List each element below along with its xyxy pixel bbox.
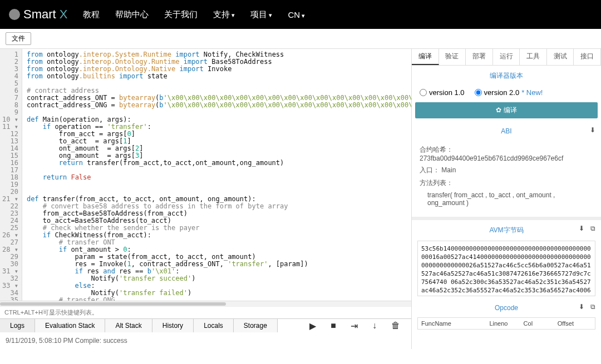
step-into-icon[interactable]: ↓ — [372, 321, 377, 331]
topbar: SmartX 教程 帮助中心 关于我们 支持 项目 CN — [0, 0, 601, 29]
rtab-api[interactable]: 接口 — [574, 49, 601, 65]
rtab-verify[interactable]: 验证 — [439, 49, 466, 65]
tab-evalstack[interactable]: Evaluation Stack — [35, 319, 105, 332]
tab-storage[interactable]: Storage — [234, 319, 278, 332]
copy-avm-icon[interactable]: ⧉ — [590, 225, 595, 232]
rtab-deploy[interactable]: 部署 — [466, 49, 493, 65]
debug-tabs: Logs Evaluation Stack Alt Stack History … — [0, 318, 411, 332]
version-row: version 1.0 version 2.0 * New! — [412, 84, 601, 101]
logo-icon — [9, 9, 20, 20]
compile-button[interactable]: ✿ 编译 — [415, 102, 598, 118]
avm-title: AVM字节码 ⬇ ⧉ — [412, 220, 601, 238]
nav-support[interactable]: 支持 — [213, 9, 235, 20]
play-icon[interactable]: ▶ — [309, 321, 316, 331]
debug-controls: ▶ ■ ⇥ ↓ 🗑 — [278, 319, 411, 332]
step-over-icon[interactable]: ⇥ — [351, 321, 358, 331]
tab-history[interactable]: History — [152, 319, 194, 332]
rtab-test[interactable]: 测试 — [547, 49, 574, 65]
version-1-radio[interactable]: version 1.0 — [420, 88, 465, 97]
method-list-item: transfer( from_acct , to_acct , ont_amou… — [420, 191, 593, 207]
download-abi-icon[interactable]: ⬇ — [590, 126, 595, 134]
rtab-run[interactable]: 运行 — [493, 49, 520, 65]
download-opcode-icon[interactable]: ⬇ — [579, 303, 584, 311]
nav-tutorial[interactable]: 教程 — [83, 9, 100, 20]
tab-altstack[interactable]: Alt Stack — [105, 319, 152, 332]
abi-title: ABI ⬇ — [412, 122, 601, 138]
left-pane: 12345678910 ▾11 ▾12131415161718192021 ▾2… — [0, 49, 412, 349]
rtab-compile[interactable]: 编译 — [412, 49, 439, 65]
shortcut-hint: CTRL+ALT+H可显示快捷键列表。 — [0, 306, 411, 318]
file-button[interactable]: 文件 — [6, 32, 31, 45]
nav-lang[interactable]: CN — [288, 10, 306, 19]
abi-box: 合约哈希： 273fba00d94400e91e5b6761cdd9969ce9… — [412, 138, 601, 220]
tab-logs[interactable]: Logs — [0, 319, 35, 332]
code-area[interactable]: from ontology.interop.System.Runtime imp… — [22, 49, 411, 301]
nav-project[interactable]: 项目 — [250, 9, 272, 20]
code-editor[interactable]: 12345678910 ▾11 ▾12131415161718192021 ▾2… — [0, 49, 411, 301]
stop-icon[interactable]: ■ — [331, 321, 336, 331]
entry-point: Main — [441, 166, 456, 174]
logo: SmartX — [9, 7, 67, 22]
contract-hash: 273fba00d94400e91e5b6761cdd9969ce967e6cf — [420, 154, 563, 162]
copy-opcode-icon[interactable]: ⧉ — [590, 303, 595, 311]
opcode-title: Opcode ⬇ ⧉ — [412, 298, 601, 315]
opcode-header: FuncName Lineno Col Offset — [417, 317, 595, 330]
nav-about[interactable]: 关于我们 — [164, 9, 198, 20]
download-avm-icon[interactable]: ⬇ — [579, 225, 584, 232]
h-scrollbar[interactable] — [0, 301, 411, 306]
brand-b: X — [60, 7, 68, 22]
file-row: 文件 — [0, 29, 601, 49]
right-pane: 编译 验证 部署 运行 工具 测试 接口 编译器版本 version 1.0 v… — [412, 49, 601, 349]
nav-help[interactable]: 帮助中心 — [115, 9, 149, 20]
gutter: 12345678910 ▾11 ▾12131415161718192021 ▾2… — [0, 49, 22, 301]
right-tabs: 编译 验证 部署 运行 工具 测试 接口 — [412, 49, 601, 66]
main: 12345678910 ▾11 ▾12131415161718192021 ▾2… — [0, 49, 601, 349]
compiler-version-title: 编译器版本 — [412, 66, 601, 84]
trash-icon[interactable]: 🗑 — [391, 321, 400, 331]
rtab-tools[interactable]: 工具 — [520, 49, 547, 65]
bytecode-box[interactable]: 53c56b1400000000000000000000000000000000… — [417, 241, 595, 296]
version-2-radio[interactable]: version 2.0 * New! — [475, 88, 543, 97]
brand-a: Smart — [23, 7, 56, 22]
tab-locals[interactable]: Locals — [194, 319, 234, 332]
status-bar: 9/11/2019, 5:08:10 PM Compile: success — [0, 332, 411, 349]
